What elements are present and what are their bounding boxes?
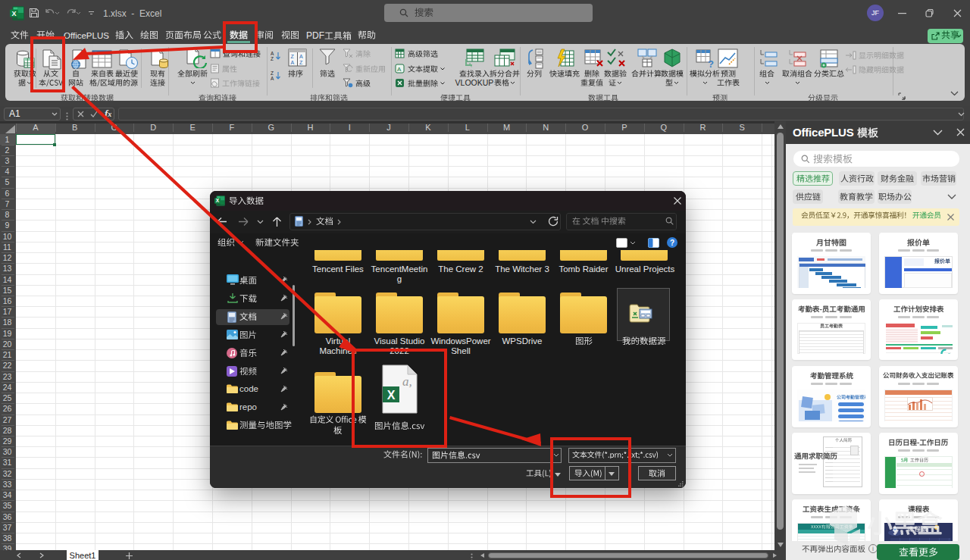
svg-text:X: X [11, 10, 16, 17]
svg-text:X: X [216, 198, 220, 203]
svg-text:A: A [397, 66, 402, 73]
svg-text:A: A [299, 54, 303, 59]
svg-text:A: A [271, 51, 274, 56]
svg-text:?: ? [708, 58, 714, 68]
svg-text:A: A [271, 76, 274, 81]
svg-text:Z: Z [299, 60, 303, 65]
svg-text:Z: Z [291, 54, 295, 59]
svg-text:A: A [291, 60, 295, 65]
svg-text:Z: Z [271, 70, 274, 76]
svg-text:Z: Z [271, 56, 274, 61]
